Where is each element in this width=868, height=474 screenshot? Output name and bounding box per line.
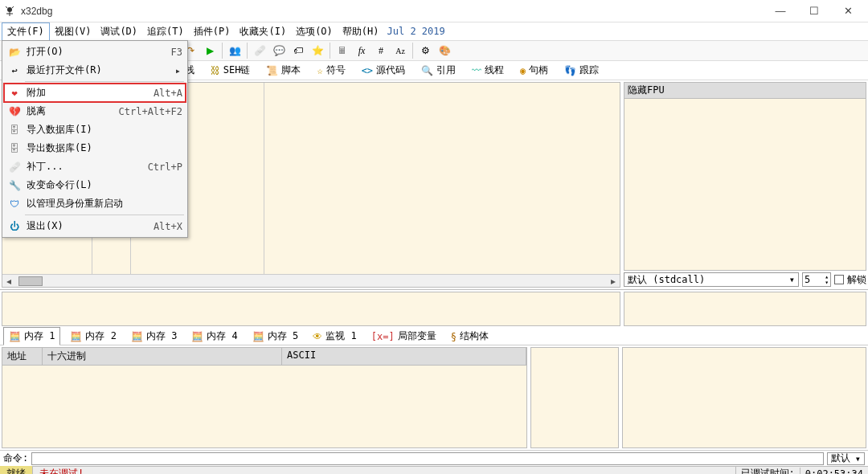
toolbar-runto-icon[interactable]: ▶ bbox=[201, 42, 219, 59]
toolbar-fx-icon[interactable]: fx bbox=[353, 42, 371, 59]
toolbar-settings-icon[interactable]: ⚙ bbox=[416, 42, 434, 59]
maximize-button[interactable]: ☐ bbox=[797, 1, 831, 22]
menu-patch[interactable]: 🩹补丁...Ctrl+P bbox=[4, 157, 186, 176]
dump-tab-2[interactable]: 🧮内存 3 bbox=[126, 328, 182, 345]
toolbar-appearance-icon[interactable]: 🎨 bbox=[436, 42, 453, 59]
file-dropdown-menu: 📂打开(O)F3 ↩最近打开文件(R)▸ ❤附加Alt+A 💔脱离Ctrl+Al… bbox=[2, 40, 188, 238]
toolbar-calc-icon[interactable]: 🖩 bbox=[334, 42, 351, 59]
folder-icon: 📂 bbox=[7, 47, 22, 58]
submenu-arrow-icon: ▸ bbox=[175, 65, 181, 76]
menu-import-db[interactable]: 🗄导入数据库(I) bbox=[4, 121, 186, 139]
dump-tab-0[interactable]: 🧮内存 1 bbox=[3, 327, 60, 345]
menubar: 文件(F) 视图(V) 调试(D) 追踪(T) 插件(P) 收藏夹(I) 选项(… bbox=[0, 22, 868, 40]
dump-view[interactable]: 地址 十六进制 ASCII bbox=[2, 347, 527, 448]
tab-11[interactable]: 👣跟踪 bbox=[558, 62, 605, 79]
dump-tab-label: 局部变量 bbox=[398, 329, 436, 343]
tab-6[interactable]: ☆符号 bbox=[310, 62, 351, 79]
menu-view[interactable]: 视图(V) bbox=[50, 23, 96, 40]
menu-recent[interactable]: ↩最近打开文件(R)▸ bbox=[4, 61, 186, 80]
status-message: 未在调试! bbox=[33, 466, 735, 474]
dump-tab-7[interactable]: §结构体 bbox=[446, 328, 493, 345]
tab-5[interactable]: 📜脚本 bbox=[260, 62, 307, 79]
tab-icon: ⛓ bbox=[211, 65, 220, 76]
toolbar-bookmark-icon[interactable]: ⭐ bbox=[309, 42, 326, 59]
tab-8[interactable]: 🔍引用 bbox=[415, 62, 462, 79]
menu-separator bbox=[25, 81, 184, 82]
dump-tab-icon: 🧮 bbox=[70, 331, 82, 342]
toolbar-patch-icon[interactable]: 🩹 bbox=[251, 42, 268, 59]
minimize-button[interactable]: — bbox=[764, 1, 797, 22]
menu-trace[interactable]: 追踪(T) bbox=[142, 23, 189, 40]
menu-debug[interactable]: 调试(D) bbox=[96, 23, 142, 40]
dump-tab-3[interactable]: 🧮内存 4 bbox=[186, 328, 242, 345]
menu-file[interactable]: 文件(F) bbox=[2, 22, 50, 40]
dump-tab-label: 监视 1 bbox=[326, 329, 356, 343]
unlock-checkbox[interactable] bbox=[834, 275, 844, 284]
titlebar: x32dbg — ☐ ✕ bbox=[0, 0, 868, 22]
menu-detach[interactable]: 💔脱离Ctrl+Alt+F2 bbox=[4, 102, 186, 121]
watch-panel[interactable] bbox=[530, 347, 619, 448]
toolbar-hash-icon[interactable]: # bbox=[372, 42, 390, 59]
fpu-panel[interactable]: 隐藏FPU bbox=[624, 82, 866, 271]
toolbar-separator bbox=[247, 43, 248, 59]
dump-tab-1[interactable]: 🧮内存 2 bbox=[65, 328, 121, 345]
menu-change-cmdline-label: 改变命令行(L) bbox=[27, 178, 92, 192]
dump-tab-6[interactable]: [x=]局部变量 bbox=[366, 328, 441, 345]
tab-icon: <> bbox=[362, 65, 373, 76]
tab-9[interactable]: 〰线程 bbox=[465, 62, 510, 79]
horizontal-scrollbar[interactable]: ◂ ▸ bbox=[2, 274, 620, 287]
tab-label: 脚本 bbox=[281, 63, 301, 77]
scroll-right-icon[interactable]: ▸ bbox=[607, 276, 620, 287]
tab-7[interactable]: <>源代码 bbox=[355, 62, 411, 79]
stack-view[interactable] bbox=[622, 347, 866, 448]
dump-tab-icon: 🧮 bbox=[252, 331, 264, 342]
tab-label: 句柄 bbox=[529, 63, 548, 77]
dump-tab-icon: 🧮 bbox=[9, 331, 21, 342]
info-panel[interactable] bbox=[2, 292, 620, 326]
dump-tab-5[interactable]: 👁监视 1 bbox=[308, 328, 361, 345]
menu-restart-admin-label: 以管理员身份重新启动 bbox=[27, 197, 123, 210]
registers-pane: 隐藏FPU 默认 (stdcall) ▾ 5 ▴▾ 解锁 bbox=[624, 82, 866, 288]
menu-help[interactable]: 帮助(H) bbox=[338, 23, 384, 40]
menu-export-db[interactable]: 🗄导出数据库(E) bbox=[4, 139, 186, 157]
close-button[interactable]: ✕ bbox=[831, 1, 865, 22]
menu-open[interactable]: 📂打开(O)F3 bbox=[4, 43, 186, 61]
spinner-arrows-icon[interactable]: ▴▾ bbox=[825, 274, 829, 285]
argcount-spinner[interactable]: 5 ▴▾ bbox=[802, 272, 831, 287]
menu-exit-shortcut: Alt+X bbox=[154, 221, 182, 232]
tab-10[interactable]: ◉句柄 bbox=[514, 62, 555, 79]
dump-col-addr[interactable]: 地址 bbox=[2, 348, 43, 365]
wrench-icon: 🔧 bbox=[7, 180, 22, 191]
menu-import-db-label: 导入数据库(I) bbox=[27, 123, 92, 137]
toolbar-scylla-icon[interactable]: 👥 bbox=[226, 42, 244, 59]
command-mode-dropdown[interactable]: 默认 ▾ bbox=[827, 452, 865, 465]
toolbar-comment-icon[interactable]: 💬 bbox=[270, 42, 288, 59]
dump-col-hex[interactable]: 十六进制 bbox=[43, 348, 282, 365]
stack-panel[interactable] bbox=[624, 292, 866, 326]
scroll-left-icon[interactable]: ◂ bbox=[2, 276, 15, 287]
menu-patch-label: 补丁... bbox=[27, 160, 63, 174]
menu-plugins[interactable]: 插件(P) bbox=[189, 23, 235, 40]
menu-change-cmdline[interactable]: 🔧改变命令行(L) bbox=[4, 176, 186, 194]
menu-favorites[interactable]: 收藏夹(I) bbox=[235, 23, 291, 40]
dump-tab-4[interactable]: 🧮内存 5 bbox=[248, 328, 303, 345]
menu-open-label: 打开(O) bbox=[27, 45, 63, 59]
menu-attach[interactable]: ❤附加Alt+A bbox=[4, 84, 186, 102]
broken-heart-icon: 💔 bbox=[7, 106, 22, 117]
tab-4[interactable]: ⛓SEH链 bbox=[204, 62, 257, 79]
fpu-header[interactable]: 隐藏FPU bbox=[624, 83, 866, 99]
tab-icon: 📜 bbox=[266, 65, 278, 76]
status-ready: 就绪 bbox=[0, 466, 33, 474]
menu-restart-admin[interactable]: 🛡以管理员身份重新启动 bbox=[4, 194, 186, 213]
command-input[interactable] bbox=[31, 452, 824, 465]
db-import-icon: 🗄 bbox=[7, 125, 22, 136]
tab-label: SEH链 bbox=[223, 63, 251, 77]
toolbar-az-icon[interactable]: Az bbox=[391, 42, 409, 59]
dump-col-ascii[interactable]: ASCII bbox=[282, 348, 526, 365]
menu-exit[interactable]: ⏻退出(X)Alt+X bbox=[4, 217, 186, 235]
toolbar-label-icon[interactable]: 🏷 bbox=[289, 42, 307, 59]
chevron-down-icon: ▾ bbox=[855, 453, 861, 464]
menu-options[interactable]: 选项(O) bbox=[291, 23, 338, 40]
scroll-thumb[interactable] bbox=[18, 276, 43, 286]
callconv-dropdown[interactable]: 默认 (stdcall) ▾ bbox=[624, 272, 799, 287]
